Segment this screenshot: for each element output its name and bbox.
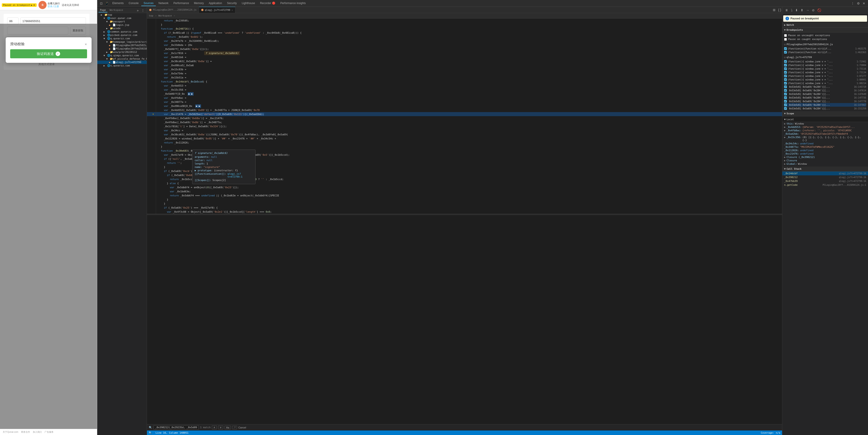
tree-item-common[interactable]: ▶ 🌐 common.qunarzz.com <box>97 30 147 33</box>
tree-item-qimgs[interactable]: ▼ 🌐 q.qimgs.qunarzz.com <box>97 54 147 57</box>
tab-performance[interactable]: Performance <box>171 1 191 6</box>
tree-item-login-jsp[interactable]: ● 📄 login.jsp <box>97 23 147 27</box>
tree-item-pf-piccolo[interactable]: ▼ 📂 pf_piccolo_defense_fe_0001 <box>97 57 147 61</box>
tab-application[interactable]: Application <box>207 1 224 6</box>
search-case-btn[interactable]: Aa <box>224 426 230 429</box>
bp-cb-q-2[interactable] <box>784 64 787 66</box>
search-cancel-btn[interactable]: Cancel <box>238 426 246 429</box>
tree-item-q-qunarzz[interactable]: ▼ 🌐 q.qunarzz.com <box>97 37 147 40</box>
bp-cb-q-11[interactable] <box>784 96 787 99</box>
footer-ad[interactable]: 广告服务 <box>44 431 54 434</box>
sources-tab-page[interactable]: Page <box>99 8 107 12</box>
tree-item-user-qunar[interactable]: ▼ 🌐 user.qunar.com <box>97 16 147 20</box>
modal-close-button[interactable]: × <box>85 42 87 46</box>
sources-more-btn[interactable]: » <box>136 8 140 13</box>
tree-item-scripts-folder[interactable]: ▼ 📂 homepage_login/prd/scripts <box>97 40 147 44</box>
debug-dont-pause-btn[interactable]: 🚫 <box>816 8 822 12</box>
footer-jobs[interactable]: 商务合作 <box>21 431 30 434</box>
tab-sources[interactable]: Sources <box>141 1 156 6</box>
settings-button[interactable]: ⚙ <box>856 1 861 6</box>
editor-tab-qlogj[interactable]: qlogj.js?t=472799 ✕ <box>199 7 236 13</box>
tab-console[interactable]: Console <box>126 1 141 6</box>
search-prev-btn[interactable]: ∧ <box>212 426 217 429</box>
accessibility-link[interactable]: 适老化及无障碍 <box>62 3 79 7</box>
scope-section-header[interactable]: ▼ Scope <box>782 111 868 116</box>
tab-memory[interactable]: Memory <box>192 1 206 6</box>
local-scope-header[interactable]: ▼ Local <box>782 117 868 122</box>
code-line: function _0x240716() { <box>147 27 782 31</box>
tree-item-wza[interactable]: ▶ 📁 wza/prd/20220112 <box>97 51 147 54</box>
bp-cb-q-10[interactable] <box>784 93 787 95</box>
bp-file-pclogin-header[interactable]: ☑ PCLogin@6ac20ffeb25015894124.js <box>784 43 866 46</box>
debug-step-into-btn[interactable]: ⬇ <box>794 8 799 12</box>
watch-section-header[interactable]: ▶ Watch <box>782 23 868 28</box>
tab-security[interactable]: Security <box>225 1 239 6</box>
tree-item-passport[interactable]: ▼ 📂 passport <box>97 20 147 23</box>
breakpoints-section-header[interactable]: ▼ Breakpoints <box>782 28 868 33</box>
debug-deactivate-btn[interactable]: ⊘ <box>811 8 815 12</box>
debug-play-icon[interactable]: ▶ <box>31 4 32 6</box>
callstack-item-getcode[interactable]: n.getCode PCLogin@6ac20ff...015894124.js… <box>782 183 868 187</box>
bp-cb-q-1[interactable] <box>784 60 787 63</box>
domain-icon-user: 🌐 <box>107 17 110 20</box>
footer-join[interactable]: 加入我们 <box>33 431 42 434</box>
verify-button[interactable]: 验证码发送 ✓ <box>10 49 87 58</box>
overflow-menu-button[interactable]: ⋮ <box>850 1 855 6</box>
tab-elements[interactable]: Elements <box>110 1 126 6</box>
debug-step-out-btn[interactable]: ⬆ <box>800 8 804 12</box>
bp-cb-pclogin-2[interactable] <box>784 51 787 54</box>
bp-cb-q-13[interactable] <box>784 103 787 106</box>
bp-cb-q-4[interactable] <box>784 71 787 74</box>
bp-cb-q-12[interactable] <box>784 100 787 103</box>
format-btn[interactable]: { } <box>777 8 782 12</box>
code-line-current: ➤ var _0xc21476 = _0x5625ac['default'][D… <box>147 112 782 116</box>
tree-item-s-qunarzz[interactable]: ▶ 🌐 s.qunarzz.com <box>97 64 147 67</box>
tree-item-qcode[interactable]: ▶ 📁 qcode <box>97 27 147 30</box>
bp-cb-q-14[interactable] <box>784 107 787 110</box>
split-editor-btn[interactable]: ⊞ <box>772 8 776 12</box>
bp-cb-q-5[interactable] <box>784 74 787 77</box>
bp-cb-pclogin-1[interactable] <box>784 47 787 50</box>
search-input[interactable] <box>154 425 199 430</box>
footer-about[interactable]: 关于Qunar.com <box>3 431 18 434</box>
callstack-item-398212[interactable]: _0x398212 qlogj.js?t=472799:16 <box>782 175 868 179</box>
bp-cb-q-3[interactable] <box>784 67 787 70</box>
debugger-toolbar: ⏸ ⤵ ⬇ ⬆ → ⊘ 🚫 <box>782 7 868 13</box>
debug-step-btn[interactable]: → <box>805 8 810 12</box>
callstack-section-header[interactable]: ▼ Call Stack <box>782 167 868 171</box>
devtools-inspect-icon[interactable]: ⊡ <box>99 1 103 6</box>
tree-item-qlogj[interactable]: ● 📄 qlogj.js?t=472799 <box>97 61 147 64</box>
bp-entry-q-4: (function(){ window.june_v = '... 1:7313… <box>784 70 866 74</box>
callstack-item-14dcbf[interactable]: _0x14dcbf qlogj.js?t=472799:16 <box>782 171 868 175</box>
pause-uncaught-checkbox[interactable] <box>784 34 787 37</box>
sources-tab-workspace[interactable]: Workspace <box>108 8 125 12</box>
debug-pause-btn[interactable]: ⏸ <box>784 8 789 12</box>
code-view[interactable]: return _0x239505; } function _0x240716()… <box>147 19 782 424</box>
logo-subtitle[interactable]: 登录/注册 <box>48 5 60 8</box>
bp-cb-q-7[interactable] <box>784 82 787 85</box>
qlogj-tab-close[interactable]: ✕ <box>231 9 233 11</box>
tree-item-top[interactable]: ▶ 📁 top <box>97 13 147 16</box>
tab-perf-insights[interactable]: Performance insights <box>278 1 308 6</box>
devtools-device-icon[interactable]: 📱 <box>104 1 110 6</box>
close-devtools-button[interactable]: ✕ <box>862 1 866 6</box>
tab-network[interactable]: Network <box>156 1 171 6</box>
bp-cb-q-9[interactable] <box>784 89 787 92</box>
search-word-btn[interactable]: .* <box>232 426 237 429</box>
bp-cb-q-6[interactable] <box>784 78 787 81</box>
debug-pause-icon[interactable]: ⏸ <box>33 4 35 6</box>
tab-recorder[interactable]: Recorder 🔴 <box>258 1 278 6</box>
tab-lighthouse[interactable]: Lighthouse <box>240 1 257 6</box>
debug-step-over-btn[interactable]: ⤵ <box>790 8 794 12</box>
sources-menu-btn[interactable]: ⋮ <box>141 8 145 13</box>
tree-item-pclogin1[interactable]: ● 📄 PCLogin@6ac20ffeb25015… <box>97 44 147 47</box>
callstack-item-47bb39[interactable]: _0x47bb39 qlogj.js?t=472799:16 <box>782 179 868 183</box>
tree-item-pclogin2[interactable]: ● 📄 PCLogin@6ac20ffeb2501589… <box>97 47 147 51</box>
tree-item-picbed[interactable]: ▶ 🌐 picbed.qunarzz.com <box>97 33 147 37</box>
horizontal-scrollbar[interactable] <box>147 214 782 215</box>
bp-file-qlogj-header[interactable]: ☑ qlogj.js?t=472799 <box>784 56 866 59</box>
editor-tab-pclogin[interactable]: PCLogin@6ac20ff...25015894124.js <box>147 7 199 13</box>
pause-caught-checkbox[interactable] <box>784 38 787 41</box>
search-next-btn[interactable]: ∨ <box>218 426 223 429</box>
bp-cb-q-8[interactable] <box>784 86 787 88</box>
